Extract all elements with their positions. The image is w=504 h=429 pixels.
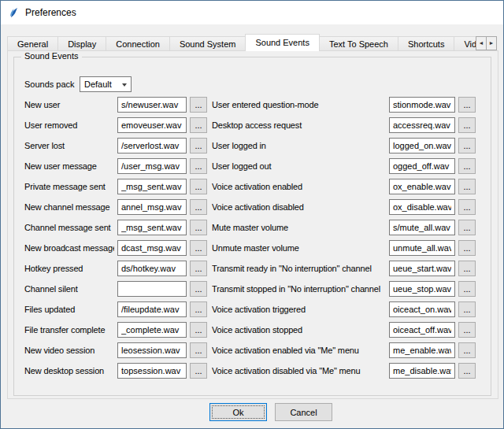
- sound-file-input[interactable]: [389, 240, 455, 256]
- tab-sound-events[interactable]: Sound Events: [245, 34, 320, 51]
- browse-button[interactable]: ...: [190, 158, 207, 174]
- browse-button[interactable]: ...: [458, 240, 476, 256]
- sound-event-label: Desktop access request: [212, 117, 386, 133]
- sound-event-label: Voice activation enabled via "Me" menu: [212, 342, 386, 358]
- titlebar: Preferences: [1, 1, 503, 24]
- sound-file-input[interactable]: [117, 342, 187, 358]
- sound-file-input[interactable]: [389, 179, 455, 194]
- sound-file-input[interactable]: [117, 117, 187, 133]
- tab-scroll-right-button[interactable]: ►: [486, 36, 497, 50]
- sound-file-input[interactable]: [117, 363, 187, 379]
- tab-video[interactable]: Video: [454, 36, 476, 51]
- sound-event-label: Files updated: [24, 301, 114, 317]
- sound-file-input[interactable]: [117, 301, 187, 317]
- browse-button[interactable]: ...: [190, 199, 207, 215]
- sound-file-input[interactable]: [117, 158, 187, 174]
- tab-text-to-speech[interactable]: Text To Speech: [319, 36, 398, 51]
- tab-scroll-left-button[interactable]: ◄: [476, 36, 487, 50]
- sound-event-label: Channel message sent: [24, 220, 114, 235]
- sound-event-label: Hotkey pressed: [24, 261, 114, 276]
- sounds-pack-value: Default: [84, 80, 112, 89]
- sound-file-input[interactable]: [389, 301, 455, 317]
- sound-file-input[interactable]: [389, 261, 455, 276]
- browse-button[interactable]: ...: [190, 261, 207, 276]
- sounds-pack-label: Sounds pack: [24, 76, 75, 92]
- browse-button[interactable]: ...: [458, 179, 476, 194]
- browse-button[interactable]: ...: [190, 322, 207, 338]
- tab-display[interactable]: Display: [57, 36, 106, 51]
- browse-button[interactable]: ...: [458, 363, 476, 379]
- sound-file-input[interactable]: [117, 97, 187, 113]
- sound-event-label: Voice activation stopped: [212, 322, 386, 338]
- sound-file-input[interactable]: [117, 220, 187, 235]
- tab-shortcuts[interactable]: Shortcuts: [398, 36, 454, 51]
- browse-button[interactable]: ...: [190, 342, 207, 358]
- browse-button[interactable]: ...: [190, 220, 207, 235]
- sound-file-input[interactable]: [117, 261, 187, 276]
- browse-button[interactable]: ...: [458, 220, 476, 235]
- browse-button[interactable]: ...: [458, 322, 476, 338]
- browse-button[interactable]: ...: [190, 363, 207, 379]
- cancel-button[interactable]: Cancel: [275, 403, 332, 421]
- arrow-left-icon: ◄: [479, 40, 484, 46]
- sound-file-input[interactable]: [117, 240, 187, 256]
- sound-file-input[interactable]: [389, 363, 455, 379]
- sound-events-column-left: New user...User removed...Server lost...…: [24, 97, 207, 379]
- browse-button[interactable]: ...: [190, 240, 207, 256]
- sound-file-input[interactable]: [389, 281, 455, 297]
- browse-button[interactable]: ...: [190, 117, 207, 133]
- browse-button[interactable]: ...: [190, 281, 207, 297]
- sound-event-label: Voice activation enabled: [212, 179, 386, 194]
- sound-event-label: User removed: [24, 117, 114, 133]
- sound-file-input[interactable]: [389, 117, 455, 133]
- sound-event-label: Voice activation disabled via "Me" menu: [212, 363, 386, 379]
- tab-bar: GeneralDisplayConnectionSound SystemSoun…: [7, 34, 476, 51]
- sound-file-input[interactable]: [389, 138, 455, 153]
- sound-event-label: Channel silent: [24, 281, 114, 297]
- sound-event-label: New channel message: [24, 199, 114, 215]
- sound-event-label: Server lost: [24, 138, 114, 153]
- sound-event-label: Mute master volume: [212, 220, 386, 235]
- sound-file-input[interactable]: [117, 281, 187, 297]
- sound-file-input[interactable]: [389, 342, 455, 358]
- browse-button[interactable]: ...: [458, 199, 476, 215]
- browse-button[interactable]: ...: [458, 281, 476, 297]
- browse-button[interactable]: ...: [190, 138, 207, 153]
- sound-events-column-right: User entered question-mode...Desktop acc…: [212, 97, 476, 379]
- sound-file-input[interactable]: [389, 158, 455, 174]
- arrow-right-icon: ►: [489, 40, 495, 46]
- sound-event-label: New user: [24, 97, 114, 113]
- sound-file-input[interactable]: [389, 97, 455, 113]
- sound-event-label: Private message sent: [24, 179, 114, 194]
- sound-event-label: Transmit stopped in "No interruption" ch…: [212, 281, 386, 297]
- app-icon: [7, 6, 20, 19]
- browse-button[interactable]: ...: [190, 97, 207, 113]
- sound-file-input[interactable]: [117, 138, 187, 153]
- sound-event-label: New video session: [24, 342, 114, 358]
- tab-general[interactable]: General: [7, 36, 58, 51]
- browse-button[interactable]: ...: [458, 261, 476, 276]
- browse-button[interactable]: ...: [458, 342, 476, 358]
- tab-connection[interactable]: Connection: [106, 36, 170, 51]
- browse-button[interactable]: ...: [190, 301, 207, 317]
- browse-button[interactable]: ...: [190, 179, 207, 194]
- browse-button[interactable]: ...: [458, 117, 476, 133]
- sound-file-input[interactable]: [389, 199, 455, 215]
- browse-button[interactable]: ...: [458, 301, 476, 317]
- tab-sound-system[interactable]: Sound System: [169, 36, 246, 51]
- sound-event-label: File transfer complete: [24, 322, 114, 338]
- sound-event-label: User logged out: [212, 158, 386, 174]
- sound-file-input[interactable]: [117, 322, 187, 338]
- browse-button[interactable]: ...: [458, 158, 476, 174]
- sounds-pack-select[interactable]: Default: [80, 76, 132, 92]
- sound-file-input[interactable]: [389, 322, 455, 338]
- preferences-dialog: Preferences GeneralDisplayConnectionSoun…: [0, 0, 504, 429]
- sound-file-input[interactable]: [389, 220, 455, 235]
- sound-file-input[interactable]: [117, 199, 187, 215]
- browse-button[interactable]: ...: [458, 97, 476, 113]
- ok-button[interactable]: Ok: [209, 403, 267, 421]
- sound-event-label: New broadcast message: [24, 240, 114, 256]
- sound-event-label: Transmit ready in "No interruption" chan…: [212, 261, 386, 276]
- sound-file-input[interactable]: [117, 179, 187, 194]
- browse-button[interactable]: ...: [458, 138, 476, 153]
